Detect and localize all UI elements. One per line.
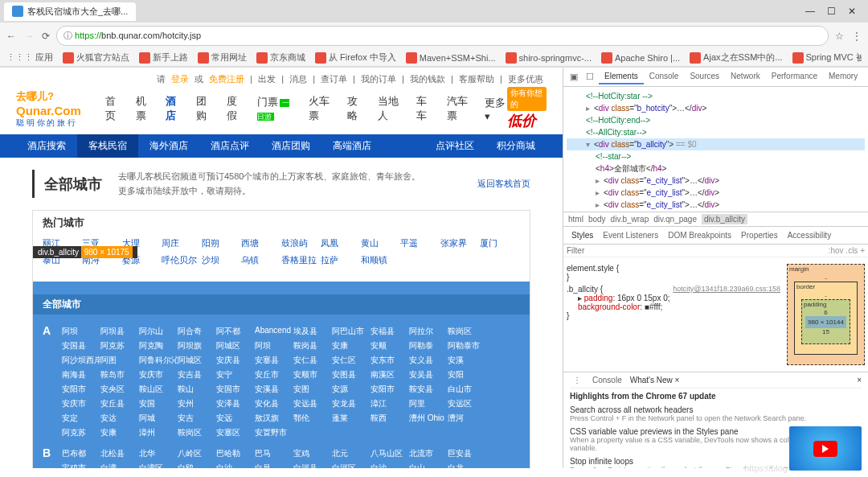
nav-item[interactable]: 更多 ▾	[485, 96, 507, 122]
breadcrumb-item[interactable]: div.qn_page	[653, 215, 697, 224]
city-link[interactable]: 北元	[332, 446, 371, 461]
city-link[interactable]: 安塞县	[255, 353, 293, 368]
tab-close-icon[interactable]: ×	[675, 376, 680, 384]
city-link[interactable]: 宝鸡	[293, 446, 332, 461]
inspect-icon[interactable]: ▣	[567, 72, 581, 82]
city-link[interactable]: 安庆县	[216, 353, 255, 368]
city-link[interactable]: 阿鲁科尔沁	[139, 353, 178, 368]
bookmark-item[interactable]: 常用网址	[198, 51, 247, 64]
city-link[interactable]: 鞍岛市	[100, 368, 139, 382]
breadcrumb-item[interactable]: body	[588, 215, 606, 224]
city-link[interactable]: 白湾	[100, 461, 139, 468]
city-link[interactable]: 阿坝县	[100, 324, 139, 339]
devtools-tab[interactable]: Elements	[599, 69, 644, 84]
topbar-link[interactable]: 消息	[289, 74, 307, 84]
nav-item[interactable]: 团购	[196, 94, 212, 123]
devtools-tab[interactable]: Sources	[684, 69, 725, 84]
nav-item[interactable]: 攻略	[347, 94, 363, 123]
apps-button[interactable]: ⋮⋮⋮ 应用	[6, 51, 53, 64]
city-link[interactable]: 安溪县	[255, 382, 293, 397]
city-link[interactable]: 安化县	[255, 397, 293, 411]
city-link[interactable]: 安图	[293, 382, 332, 397]
topbar-link[interactable]: 我的钱款	[410, 74, 445, 84]
city-link[interactable]: 安庆市	[62, 397, 100, 411]
topbar-link[interactable]: 出发	[258, 74, 276, 84]
city-link[interactable]: 漕州 Ohio	[409, 411, 448, 426]
hot-city-link[interactable]: 凤凰	[321, 235, 360, 252]
city-link[interactable]: 北松县	[100, 446, 139, 461]
qunar-logo[interactable]: 去哪儿? Qunar.Com 聪 明 你 的 旅 行	[16, 89, 81, 129]
hot-city-link[interactable]: 阳朔	[202, 235, 241, 252]
city-link[interactable]: 阿不都	[216, 324, 255, 339]
city-link[interactable]: 安定	[62, 411, 100, 426]
drawer-menu-icon[interactable]: ⋮	[570, 376, 584, 384]
hot-city-link[interactable]: 周庄	[162, 235, 201, 252]
city-link[interactable]: 安仁县	[293, 353, 332, 368]
city-link[interactable]: 阿克苏	[100, 339, 139, 353]
city-link[interactable]: 南海县	[62, 368, 100, 382]
city-link[interactable]: 阿勒泰市	[448, 339, 486, 353]
breadcrumb-item[interactable]: div.b_wrap	[611, 215, 649, 224]
hot-city-link[interactable]: 厦门	[480, 235, 519, 252]
city-link[interactable]: 漳州	[139, 426, 178, 440]
city-link[interactable]: 安康	[332, 339, 371, 353]
city-link[interactable]: 阿城	[139, 411, 178, 426]
bookmark-item[interactable]: 新手上路	[139, 51, 188, 64]
bookmark-item[interactable]: shiro-springmvc-...	[506, 51, 592, 64]
city-link[interactable]: 蓬莱	[332, 411, 371, 426]
filter-options[interactable]: :hov .cls +	[829, 246, 865, 255]
city-link[interactable]: 巨安县	[448, 446, 486, 461]
promo-badge[interactable]: 你有你想的 低价	[507, 87, 547, 130]
city-link[interactable]: 安吉县	[178, 368, 216, 382]
nav-item[interactable]: 火车票	[309, 94, 333, 123]
topbar-link[interactable]: 查订单	[321, 74, 347, 84]
maximize-button[interactable]: ☐	[827, 6, 836, 17]
minimize-button[interactable]: —	[805, 6, 815, 17]
city-link[interactable]: 白湾区	[139, 461, 178, 468]
styles-pane[interactable]: element.style { } hotcity@1341f18.239a69…	[563, 257, 784, 372]
styles-filter-input[interactable]	[567, 246, 829, 255]
city-link[interactable]: 鞍岗区	[178, 426, 216, 440]
city-link[interactable]: 安置野市	[255, 426, 293, 440]
city-link[interactable]: 白山	[409, 461, 448, 468]
bookmark-item[interactable]: Maven+SSM+Shi...	[406, 51, 496, 64]
styles-subtab[interactable]: Styles	[567, 228, 598, 242]
devtools-tab[interactable]: Performance	[766, 69, 823, 84]
city-link[interactable]: 阿克苏	[62, 426, 100, 440]
city-link[interactable]: 漕河	[448, 411, 486, 426]
devtools-tab[interactable]: Memory	[823, 69, 863, 84]
city-link[interactable]: 安远	[216, 411, 255, 426]
city-link[interactable]: 巴哈勒	[216, 446, 255, 461]
city-link[interactable]: 阿克陶	[139, 339, 178, 353]
devtools-tab[interactable]: Security	[863, 69, 868, 84]
city-link[interactable]: 安顺	[371, 339, 409, 353]
city-link[interactable]: 白昌	[255, 461, 293, 468]
bookmark-item[interactable]: Spring MVC 被报和...	[792, 51, 862, 64]
browser-tab[interactable]: 客栈民宿城市大全_去哪...	[4, 2, 136, 21]
nav-item[interactable]: 汽车票	[447, 94, 471, 123]
city-link[interactable]: 阿合奇	[178, 324, 216, 339]
hot-city-link[interactable]: 平遥	[400, 235, 440, 252]
topbar-link[interactable]: 我的订单	[361, 74, 396, 84]
url-input[interactable]: ⓘ https://bnb.qunar.com/hotcity.jsp	[56, 26, 829, 46]
city-link[interactable]: 白河区	[332, 461, 371, 468]
city-link[interactable]: 安顺市	[293, 368, 332, 382]
subnav-item[interactable]: 酒店搜索	[16, 134, 77, 158]
subnav-item[interactable]: 酒店点评	[199, 134, 260, 158]
hot-city-link[interactable]: 沙坝	[202, 252, 241, 269]
city-link[interactable]: 北流市	[409, 446, 448, 461]
city-link[interactable]: 阿沙坝西岸	[62, 353, 100, 368]
hot-city-link[interactable]: 乌镇	[241, 252, 280, 269]
city-link[interactable]: 鞍山	[178, 382, 216, 397]
city-link[interactable]: 北华	[139, 446, 178, 461]
nav-item[interactable]: 车车	[416, 94, 432, 123]
city-link[interactable]: 南溪区	[371, 368, 409, 382]
city-link[interactable]: 安义县	[409, 353, 448, 368]
hot-city-link[interactable]: 拉萨	[321, 252, 360, 269]
drawer-close-icon[interactable]: ×	[857, 376, 862, 384]
city-link[interactable]: 敖汉旗	[255, 411, 293, 426]
hot-city-link[interactable]: 西塘	[241, 235, 280, 252]
register-link[interactable]: 免费注册	[209, 74, 244, 84]
breadcrumb-item[interactable]: div.b_allcity	[702, 214, 747, 224]
bookmark-item[interactable]: 火狐官方站点	[63, 51, 129, 64]
